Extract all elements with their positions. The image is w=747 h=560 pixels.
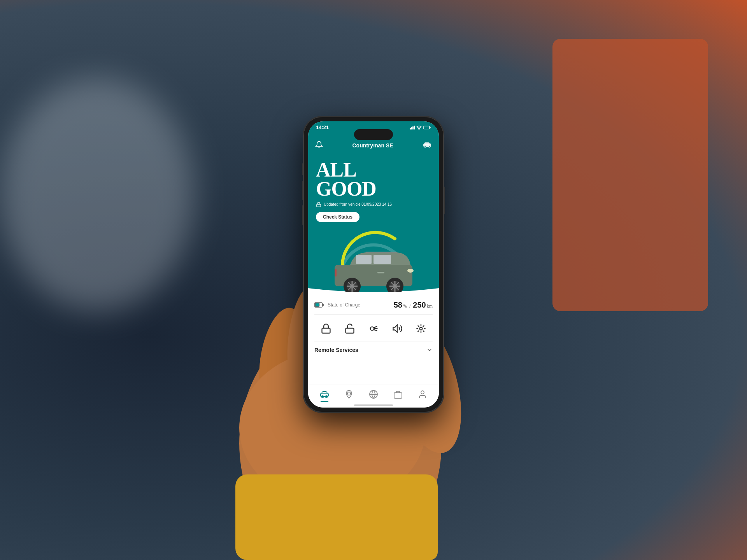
status-icons	[410, 125, 431, 130]
home-indicator	[308, 402, 439, 408]
remote-controls-bar	[314, 315, 433, 341]
remote-services-row[interactable]: Remote Services	[314, 341, 433, 359]
svg-rect-41	[315, 303, 319, 307]
phone-device: 14:21	[303, 117, 444, 412]
volume-down-button	[302, 205, 303, 225]
soc-percent-value: 58	[394, 301, 402, 310]
bottom-navigation	[308, 385, 439, 402]
hero-line1: ALL	[316, 160, 431, 179]
lights-control[interactable]	[365, 320, 382, 337]
svg-point-52	[347, 392, 351, 395]
svg-rect-37	[366, 252, 397, 253]
battery-icon	[423, 125, 431, 130]
lock-small-icon	[316, 202, 321, 207]
soc-values: 58 % / 250 km	[394, 301, 433, 310]
app-header: Countryman SE	[308, 138, 439, 154]
car-icon[interactable]	[423, 141, 432, 150]
svg-rect-22	[335, 269, 337, 276]
svg-point-48	[419, 327, 422, 330]
volume-silent-button	[302, 163, 303, 175]
vehicle-name: Countryman SE	[352, 142, 393, 149]
soc-label: State of Charge	[328, 302, 390, 308]
chevron-down-icon	[426, 347, 433, 353]
soc-percent-unit: %	[403, 303, 407, 309]
check-status-button[interactable]: Check Status	[316, 212, 359, 222]
remote-services-label: Remote Services	[314, 347, 358, 353]
nav-profile[interactable]	[415, 389, 430, 400]
bg-blob-right	[552, 39, 708, 311]
home-bar	[354, 404, 393, 406]
svg-rect-38	[377, 272, 384, 273]
climate-control[interactable]	[412, 320, 430, 337]
svg-rect-11	[424, 126, 429, 129]
hero-line2: GOOD	[316, 179, 431, 198]
volume-up-button	[302, 181, 303, 200]
soc-separator: /	[409, 303, 410, 309]
svg-point-15	[424, 146, 426, 147]
svg-rect-55	[394, 393, 402, 398]
svg-line-46	[374, 326, 377, 327]
svg-point-57	[421, 391, 424, 394]
horn-control[interactable]	[389, 320, 406, 337]
signal-icon	[410, 126, 415, 130]
bell-icon[interactable]	[315, 141, 323, 150]
unlock-control[interactable]	[341, 320, 358, 337]
phone-screen: 14:21	[308, 121, 439, 408]
svg-point-44	[370, 327, 374, 330]
wifi-icon	[416, 125, 422, 130]
soc-range-unit: km	[427, 303, 433, 309]
svg-point-9	[419, 129, 419, 130]
svg-rect-12	[430, 126, 431, 128]
nav-services[interactable]	[390, 389, 406, 400]
status-time: 14:21	[316, 124, 329, 130]
power-button	[444, 187, 445, 214]
dynamic-island	[354, 129, 393, 140]
svg-point-16	[428, 146, 430, 147]
hero-subtitle: Updated from vehicle 01/09/2023 14:16	[316, 202, 431, 207]
svg-rect-40	[322, 304, 323, 306]
bg-blob-left	[0, 78, 195, 311]
svg-rect-19	[356, 255, 372, 264]
svg-rect-17	[317, 204, 321, 206]
content-area: State of Charge 58 % / 250 km	[308, 296, 439, 385]
car-illustration	[327, 242, 420, 292]
soc-range-value: 250	[413, 301, 426, 310]
svg-rect-20	[374, 255, 391, 264]
active-indicator	[321, 401, 328, 402]
svg-line-47	[374, 330, 377, 331]
nav-globe[interactable]	[366, 389, 381, 400]
nav-home[interactable]	[317, 389, 332, 400]
svg-point-21	[407, 269, 414, 273]
battery-state-icon	[314, 301, 324, 308]
hero-section: ALL GOOD Updated from vehicle 01/09/2023…	[308, 154, 439, 288]
svg-rect-14	[424, 143, 429, 145]
state-of-charge-row: State of Charge 58 % / 250 km	[314, 296, 433, 315]
car-area	[316, 226, 431, 288]
update-text: Updated from vehicle 01/09/2023 14:16	[324, 202, 392, 206]
nav-location[interactable]	[341, 389, 357, 400]
svg-rect-42	[322, 328, 330, 333]
lock-control[interactable]	[317, 320, 335, 337]
hero-text: ALL GOOD	[316, 160, 431, 199]
svg-rect-43	[346, 328, 354, 333]
